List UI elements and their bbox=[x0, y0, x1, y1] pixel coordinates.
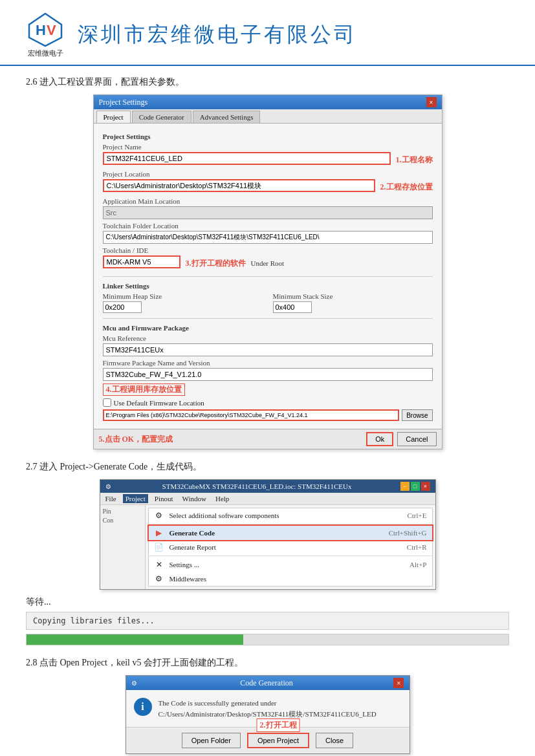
cancel-button[interactable]: Cancel bbox=[397, 432, 436, 446]
codegen-footer: Open Folder 2.打开工程 Open Project Close bbox=[126, 727, 409, 753]
stm32-title-icon: ⚙ bbox=[105, 483, 111, 490]
codegen-message: The Code is successfully generated under… bbox=[158, 698, 402, 719]
dialog-title: Project Settings bbox=[99, 98, 148, 107]
svg-text:H: H bbox=[36, 22, 46, 38]
menu-help[interactable]: Help bbox=[213, 494, 232, 503]
header: H V 宏维微电子 深圳市宏维微电子有限公司 bbox=[0, 0, 535, 66]
fw-path-row: Browse bbox=[103, 409, 433, 421]
close-button[interactable]: Close bbox=[316, 733, 353, 748]
dropdown-item-generate-code[interactable]: ▶ Generate Code Ctrl+Shift+G bbox=[149, 526, 432, 540]
codegen-titlebar: ⚙ Code Generation × bbox=[126, 676, 409, 690]
dialog-close-button[interactable]: × bbox=[426, 97, 437, 107]
toolchain-folder-input bbox=[103, 231, 433, 244]
dropdown-item-select-software[interactable]: ⚙ Select additional software components … bbox=[149, 508, 432, 523]
min-heap-field: Minimum Heap Size bbox=[103, 292, 263, 313]
fw-path-input[interactable] bbox=[103, 409, 400, 421]
left-item-con: Con bbox=[103, 517, 142, 524]
stm32-window-controls: − □ × bbox=[400, 482, 430, 491]
company-name: 深圳市宏维微电子有限公司 bbox=[78, 21, 357, 49]
min-heap-input[interactable] bbox=[103, 301, 142, 313]
ok-button[interactable]: Ok bbox=[366, 432, 393, 446]
browse-button[interactable]: Browse bbox=[402, 409, 432, 421]
minimize-button[interactable]: − bbox=[400, 482, 409, 491]
codegen-title-icon: ⚙ bbox=[131, 680, 137, 687]
stm32-titlebar: ⚙ STM32CubeMX STM32F411CEU6_LED.ioc: STM… bbox=[100, 480, 435, 493]
menu-project[interactable]: Project bbox=[123, 494, 148, 503]
project-settings-dialog: Project Settings × Project Code Generato… bbox=[93, 94, 442, 449]
min-stack-input[interactable] bbox=[273, 301, 312, 313]
mcu-firmware-label: Mcu and Firmware Package bbox=[103, 324, 433, 332]
mcu-ref-label: Mcu Reference bbox=[103, 334, 433, 342]
codegen-close-button[interactable]: × bbox=[393, 678, 404, 688]
stm32-title-text: STM32CubeMX STM32F411CEU6_LED.ioc: STM32… bbox=[162, 482, 352, 490]
section-2-7-heading: 2.7 进入 Project->Generate Code，生成代码。 bbox=[26, 461, 509, 473]
project-dropdown: ⚙ Select additional software components … bbox=[148, 508, 433, 587]
annotation-2: 2.工程存放位置 bbox=[380, 182, 433, 193]
project-settings-section-label: Project Settings bbox=[103, 133, 433, 140]
menu-window[interactable]: Window bbox=[180, 494, 209, 503]
dialog-body: Project Settings Project Name 1.工程名称 Pro… bbox=[94, 124, 442, 429]
project-name-label: Project Name bbox=[103, 143, 433, 151]
dropdown-item-generate-report[interactable]: 📄 Generate Report Ctrl+R bbox=[149, 540, 432, 554]
menu-pinout[interactable]: Pinout bbox=[152, 494, 176, 503]
settings-shortcut: Alt+P bbox=[409, 561, 426, 568]
dialog-footer: 5.点击 OK，配置完成 Ok Cancel bbox=[94, 429, 442, 449]
toolchain-folder-label: Toolchain Folder Location bbox=[103, 222, 433, 230]
under-root-label: Under Root bbox=[251, 259, 285, 267]
use-default-fw-row: Use Default Firmware Location bbox=[103, 398, 433, 407]
code-generation-dialog: ⚙ Code Generation × i The Code is succes… bbox=[126, 675, 410, 754]
annotation-5: 5.点击 OK，配置完成 bbox=[99, 434, 173, 445]
waiting-text: 等待... bbox=[26, 596, 509, 608]
annotation-1: 1.工程名称 bbox=[396, 155, 433, 166]
maximize-button[interactable]: □ bbox=[411, 482, 420, 491]
min-stack-label: Minimum Stack Size bbox=[273, 292, 433, 300]
linker-settings-label: Linker Settings bbox=[103, 282, 433, 290]
dropdown-label-settings: Settings ... bbox=[169, 561, 199, 568]
dialog-titlebar: Project Settings × bbox=[94, 95, 442, 109]
section-2-7: 2.7 进入 Project->Generate Code，生成代码。 ⚙ ST… bbox=[26, 461, 509, 645]
menu-file[interactable]: File bbox=[103, 494, 119, 503]
annotation-3: 3.打开工程的软件 bbox=[186, 258, 246, 269]
stm32-close-button[interactable]: × bbox=[421, 482, 430, 491]
generate-report-icon: 📄 bbox=[154, 542, 164, 552]
dropdown-item-middlewares[interactable]: ⚙ Middlewares bbox=[149, 572, 432, 586]
info-icon: i bbox=[134, 698, 152, 716]
tab-project[interactable]: Project bbox=[96, 111, 131, 123]
dropdown-item-settings[interactable]: ✕ Settings ... Alt+P bbox=[149, 557, 432, 572]
open-project-button[interactable]: Open Project bbox=[247, 733, 309, 748]
app-main-location-input bbox=[103, 206, 433, 219]
codegen-title-text: Code Generation bbox=[240, 678, 293, 688]
dropdown-divider-2 bbox=[149, 556, 432, 556]
toolchain-ide-input[interactable] bbox=[103, 255, 180, 268]
dropdown-label-select-software: Select additional software components bbox=[169, 512, 279, 519]
main-content: 2.6 进入工程设置界面，配置相关参数。 Project Settings × … bbox=[0, 76, 535, 756]
use-default-fw-checkbox[interactable] bbox=[103, 398, 111, 407]
tab-code-generator[interactable]: Code Generator bbox=[132, 111, 191, 123]
project-location-label: Project Location bbox=[103, 170, 433, 178]
open-folder-button[interactable]: Open Folder bbox=[182, 733, 241, 748]
annotation-open-project: 2.打开工程 bbox=[257, 718, 300, 732]
waiting-section: 等待... Copying libraries files... bbox=[26, 596, 509, 645]
logo-text: 宏维微电子 bbox=[28, 49, 63, 58]
mcu-ref-input bbox=[103, 343, 433, 356]
dropdown-divider-1 bbox=[149, 524, 432, 524]
project-location-input[interactable] bbox=[103, 179, 375, 192]
tab-advanced-settings[interactable]: Advanced Settings bbox=[193, 111, 261, 123]
app-main-location-label: Application Main Location bbox=[103, 197, 433, 205]
progress-bar-fill bbox=[27, 634, 243, 645]
project-name-input[interactable] bbox=[103, 152, 391, 165]
fw-pkg-label: Firmware Package Name and Version bbox=[103, 359, 433, 367]
dialog-tabs: Project Code Generator Advanced Settings bbox=[94, 109, 442, 124]
stm32-content: Pin Con ⚙ Select additional software com… bbox=[100, 505, 435, 589]
progress-text: Copying libraries files... bbox=[26, 612, 509, 630]
company-logo: H V bbox=[26, 12, 65, 47]
section-2-8-heading: 2.8 点击 Open Project，keil v5 会打开上面创建的工程。 bbox=[26, 657, 509, 669]
toolchain-ide-row: 3.打开工程的软件 Under Root bbox=[103, 255, 433, 271]
annotation-4: 4.工程调用库存放位置 bbox=[103, 383, 185, 396]
generate-code-shortcut: Ctrl+Shift+G bbox=[389, 529, 427, 537]
dropdown-label-generate-code: Generate Code bbox=[169, 529, 215, 537]
generate-report-shortcut: Ctrl+R bbox=[407, 543, 427, 551]
section-2-6: 2.6 进入工程设置界面，配置相关参数。 Project Settings × … bbox=[26, 76, 509, 449]
min-stack-field: Minimum Stack Size bbox=[273, 292, 433, 313]
logo-area: H V 宏维微电子 bbox=[26, 12, 65, 58]
